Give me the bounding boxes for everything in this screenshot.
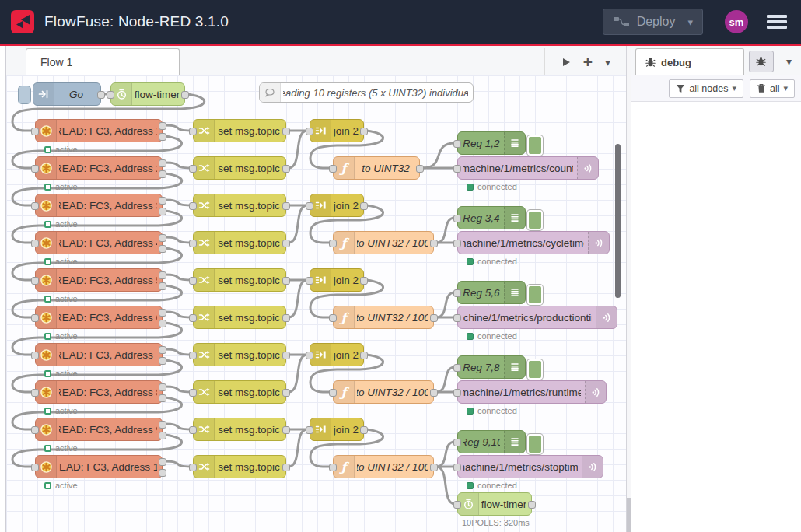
input-port[interactable]	[189, 277, 197, 285]
input-port[interactable]	[453, 501, 461, 509]
node-join2[interactable]: join 2	[310, 194, 364, 217]
node-func4[interactable]: ƒto UINT32 / 100	[333, 380, 434, 404]
input-port[interactable]	[107, 91, 114, 99]
node-mqtt3[interactable]: machine/1/metrics/productiontime	[457, 306, 617, 329]
output-port[interactable]	[282, 389, 290, 397]
input-port[interactable]	[329, 314, 337, 322]
output-port[interactable]	[282, 240, 290, 247]
debug-toggle-button[interactable]	[527, 285, 543, 305]
input-port[interactable]	[306, 128, 313, 135]
output-port[interactable]	[528, 501, 536, 509]
input-port[interactable]	[453, 439, 461, 446]
debug-toggle-button[interactable]	[527, 135, 543, 156]
input-port[interactable]	[189, 464, 197, 471]
node-set4[interactable]: set msg.topic	[193, 231, 286, 254]
input-port[interactable]	[306, 352, 313, 359]
node-mqtt1[interactable]: machine/1/metrics/count	[457, 156, 599, 180]
node-inject-go[interactable]: Go	[33, 82, 101, 106]
node-join4[interactable]: join 2	[310, 343, 364, 366]
hamburger-menu-icon[interactable]	[767, 12, 787, 31]
output-port[interactable]	[282, 202, 290, 210]
input-port[interactable]	[453, 464, 461, 471]
input-port[interactable]	[306, 426, 313, 434]
input-port[interactable]	[453, 289, 461, 297]
node-read10[interactable]: READ: FC3, Address 10	[35, 455, 163, 478]
avatar[interactable]: sm	[725, 10, 748, 33]
input-port[interactable]	[31, 202, 39, 210]
output-port[interactable]	[360, 128, 368, 135]
node-reg5[interactable]: Reg 9,10	[457, 430, 526, 453]
deploy-caret-icon[interactable]: ▾	[687, 16, 693, 28]
output-port[interactable]	[159, 469, 166, 477]
input-port[interactable]	[31, 277, 39, 285]
flow-list-caret-icon[interactable]: ▾	[605, 56, 610, 68]
output-port[interactable]	[282, 352, 290, 359]
output-port[interactable]	[159, 122, 166, 130]
node-ft-top[interactable]: flow-timer	[110, 82, 185, 106]
node-read6[interactable]: READ: FC3, Address 6	[35, 306, 163, 329]
output-port[interactable]	[430, 464, 438, 471]
output-port[interactable]	[159, 309, 166, 317]
input-port[interactable]	[31, 240, 39, 247]
input-port[interactable]	[189, 128, 197, 135]
input-port[interactable]	[453, 140, 461, 148]
filter-nodes-button[interactable]: all nodes ▾	[669, 79, 743, 98]
input-port[interactable]	[31, 464, 39, 471]
output-port[interactable]	[430, 240, 438, 247]
output-port[interactable]	[159, 432, 166, 439]
input-port[interactable]	[329, 464, 337, 471]
node-join5[interactable]: join 2	[310, 418, 364, 441]
output-port[interactable]	[360, 426, 368, 434]
node-comment1[interactable]: Reading 10 registers (5 x UINT32) indivi…	[259, 82, 474, 103]
output-port[interactable]	[159, 271, 166, 279]
node-set1[interactable]: set msg.topic	[193, 119, 286, 142]
output-port[interactable]	[360, 202, 368, 210]
output-port[interactable]	[159, 346, 166, 354]
node-read1[interactable]: READ: FC3, Address 1	[35, 119, 163, 142]
debug-toggle-button[interactable]	[527, 359, 543, 380]
output-port[interactable]	[282, 165, 290, 173]
output-port[interactable]	[430, 389, 438, 397]
output-port[interactable]	[159, 282, 166, 290]
node-func1[interactable]: ƒto UINT32	[333, 156, 420, 180]
node-reg2[interactable]: Reg 3,4	[457, 206, 526, 229]
tab-debug[interactable]: debug	[635, 48, 744, 75]
node-mqtt2[interactable]: machine/1/metrics/cycletime	[457, 231, 610, 254]
node-join3[interactable]: join 2	[310, 268, 364, 292]
node-set2[interactable]: set msg.topic	[193, 156, 286, 180]
input-port[interactable]	[453, 165, 461, 173]
input-port[interactable]	[329, 165, 337, 173]
output-port[interactable]	[159, 245, 166, 253]
node-set6[interactable]: set msg.topic	[193, 306, 286, 329]
input-port[interactable]	[453, 215, 461, 222]
output-port[interactable]	[159, 170, 166, 178]
node-func2[interactable]: ƒto UINT32 / 100	[333, 231, 434, 254]
node-read4[interactable]: READ: FC3, Address 4	[35, 231, 163, 254]
output-port[interactable]	[282, 426, 290, 434]
output-port[interactable]	[159, 197, 166, 205]
output-port[interactable]	[430, 314, 438, 322]
output-port[interactable]	[159, 357, 166, 365]
input-port[interactable]	[31, 389, 39, 397]
tab-flow-1[interactable]: Flow 1	[26, 48, 180, 75]
run-flows-icon[interactable]	[562, 58, 571, 67]
input-port[interactable]	[453, 389, 461, 397]
node-read3[interactable]: READ: FC3, Address 3	[35, 194, 163, 217]
node-read2[interactable]: READ: FC3, Address 2	[35, 156, 163, 180]
input-port[interactable]	[329, 389, 337, 397]
deploy-button[interactable]: Deploy ▾	[603, 9, 703, 35]
output-port[interactable]	[159, 458, 166, 466]
input-port[interactable]	[31, 352, 39, 359]
output-port[interactable]	[360, 277, 368, 285]
output-port[interactable]	[282, 277, 290, 285]
input-port[interactable]	[189, 202, 197, 210]
output-port[interactable]	[159, 208, 166, 215]
input-port[interactable]	[189, 389, 197, 397]
add-flow-button[interactable]: +	[583, 54, 593, 70]
node-read9[interactable]: READ: FC3, Address 9	[35, 418, 163, 441]
inject-button[interactable]	[19, 86, 30, 103]
input-port[interactable]	[31, 128, 39, 135]
node-read8[interactable]: READ: FC3, Address 8	[35, 380, 163, 404]
input-port[interactable]	[189, 352, 197, 359]
node-join1[interactable]: join 2	[310, 119, 364, 142]
